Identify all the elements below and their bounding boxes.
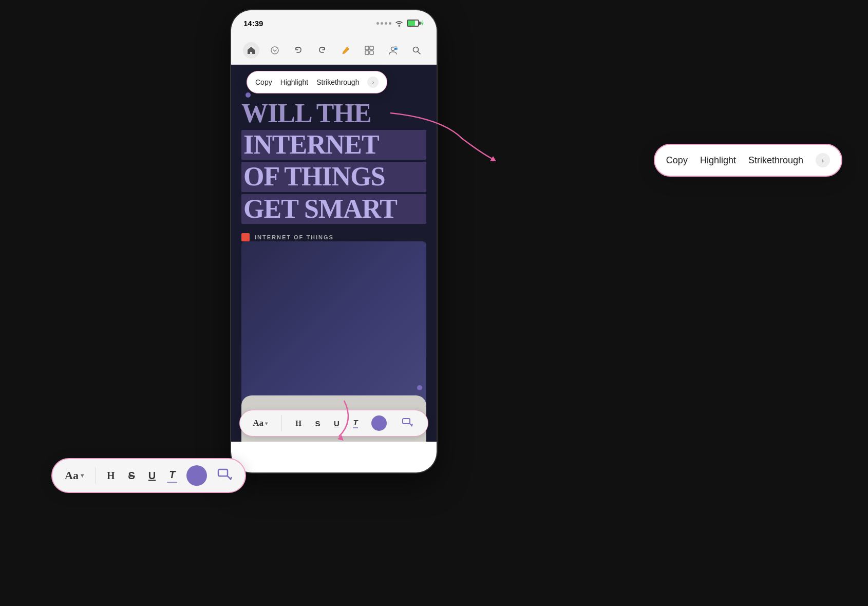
- highlight-button-small[interactable]: Highlight: [280, 78, 308, 86]
- headline-line-2: INTERNET: [241, 130, 426, 160]
- svg-text:👥: 👥: [394, 46, 398, 50]
- signal-dots: [376, 22, 391, 25]
- signal-dot-2: [381, 22, 383, 25]
- divider-1: [281, 415, 282, 431]
- svg-rect-6: [370, 51, 373, 54]
- search-button[interactable]: [408, 42, 425, 59]
- user-button[interactable]: 👥: [385, 42, 401, 59]
- headline-block: WILL THE INTERNET OF THINGS GET SMART: [241, 100, 426, 224]
- selection-handle-bottom[interactable]: [417, 385, 422, 390]
- heading-button-phone[interactable]: H: [295, 419, 301, 428]
- format-toolbar-phone[interactable]: Aa ▾ H S U T: [239, 410, 428, 437]
- copy-button-large[interactable]: Copy: [666, 155, 688, 166]
- tag-square: [241, 233, 250, 241]
- divider-large-1: [95, 467, 96, 484]
- phone-status-bar: 14:39: [231, 10, 437, 36]
- status-icons: [376, 20, 424, 27]
- select-mode-button-large[interactable]: [216, 466, 235, 485]
- copy-button-small[interactable]: Copy: [255, 78, 272, 86]
- headline-line-3: OF THINGS: [241, 162, 426, 192]
- headline-line-1: WILL THE: [241, 100, 426, 128]
- more-options-button-small[interactable]: ›: [367, 77, 379, 88]
- tag-line: INTERNET OF THINGS: [241, 233, 426, 241]
- home-button[interactable]: [243, 42, 259, 59]
- signal-dot-1: [376, 22, 379, 25]
- select-mode-icon: [402, 418, 414, 429]
- bolt-icon: [420, 20, 424, 26]
- layout-button[interactable]: [361, 42, 378, 59]
- chevron-down-icon-font: ▾: [265, 421, 268, 426]
- phone-toolbar[interactable]: 👥: [231, 36, 437, 65]
- format-toolbar-large[interactable]: Aa ▾ H S U T: [51, 458, 246, 493]
- dropdown-button[interactable]: [267, 42, 283, 59]
- redo-button[interactable]: [314, 42, 330, 59]
- strikethrough-button-small[interactable]: Strikethrough: [316, 78, 359, 86]
- svg-rect-3: [365, 46, 369, 50]
- wifi-icon: [394, 20, 404, 27]
- undo-icon: [294, 46, 303, 55]
- strikethrough-button-phone[interactable]: S: [315, 419, 320, 428]
- phone-content: Copy Highlight Strikethrough › WILL THE …: [231, 65, 437, 442]
- undo-button[interactable]: [290, 42, 307, 59]
- svg-point-2: [271, 47, 278, 54]
- font-family-button-phone[interactable]: Aa ▾: [253, 418, 268, 428]
- selection-handle-top[interactable]: [246, 92, 251, 98]
- underline-button-large[interactable]: U: [146, 470, 158, 482]
- select-mode-icon-large: [217, 468, 234, 483]
- signal-dot-4: [389, 22, 391, 25]
- battery-tip: [419, 22, 421, 25]
- text-style-button-phone[interactable]: T: [353, 418, 357, 428]
- battery-icon: [407, 20, 419, 27]
- svg-marker-0: [490, 156, 496, 161]
- font-family-button-large[interactable]: Aa ▾: [63, 469, 86, 482]
- svg-rect-12: [218, 469, 228, 476]
- search-icon: [412, 46, 421, 55]
- layout-icon: [364, 45, 374, 55]
- select-mode-button-phone[interactable]: [401, 416, 415, 430]
- scene: 14:39: [0, 0, 868, 606]
- color-button-phone[interactable]: [371, 415, 387, 431]
- home-icon: [247, 46, 256, 55]
- time-display: 14:39: [243, 19, 263, 28]
- color-button-large[interactable]: [186, 465, 207, 486]
- svg-rect-4: [370, 46, 373, 50]
- underline-button-phone[interactable]: U: [334, 419, 339, 428]
- pen-button[interactable]: [337, 42, 354, 59]
- pen-icon: [341, 45, 351, 55]
- context-menu-phone[interactable]: Copy Highlight Strikethrough ›: [247, 71, 387, 93]
- phone-frame: 14:39: [231, 10, 437, 472]
- signal-dot-3: [385, 22, 387, 25]
- context-menu-large[interactable]: Copy Highlight Strikethrough ›: [654, 144, 842, 177]
- highlight-button-large[interactable]: Highlight: [700, 155, 736, 166]
- heading-button-large[interactable]: H: [105, 470, 117, 482]
- more-options-button-large[interactable]: ›: [816, 153, 830, 167]
- strikethrough-button-large[interactable]: Strikethrough: [748, 155, 803, 166]
- strikethrough-button-large[interactable]: S: [126, 470, 137, 482]
- redo-icon: [317, 46, 327, 55]
- headline-line-4: GET SMART: [241, 194, 426, 224]
- tag-text: INTERNET OF THINGS: [255, 234, 334, 240]
- chevron-down-icon: [271, 46, 279, 54]
- battery-fill: [408, 21, 415, 26]
- text-style-button-large[interactable]: T: [167, 469, 177, 483]
- svg-rect-11: [403, 419, 410, 424]
- chevron-down-icon-large: ▾: [81, 472, 84, 480]
- svg-rect-5: [365, 51, 369, 54]
- user-icon: 👥: [388, 45, 398, 55]
- battery-container: [407, 20, 424, 27]
